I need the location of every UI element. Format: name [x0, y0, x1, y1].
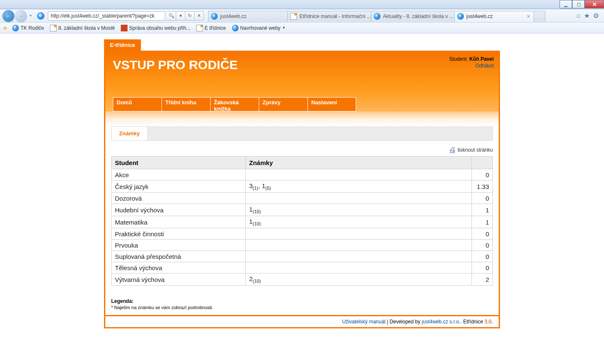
avg-cell: 0 — [472, 228, 493, 240]
home-icon[interactable]: ⌂ — [576, 12, 581, 20]
grades-cell — [246, 240, 472, 251]
table-row: Tělesná výchova0 — [112, 262, 493, 274]
footer-product: Etřídnice — [463, 319, 484, 325]
col-header-grades: Známky — [246, 157, 472, 169]
grades-cell — [246, 169, 472, 181]
grades-cell: 1(10) — [246, 216, 472, 228]
compat-button[interactable]: ▾ — [176, 11, 185, 21]
grades-cell — [246, 193, 472, 204]
app-footer: Uživatelský manuál | Developed by just4w… — [105, 315, 499, 327]
grade-weight: (1) — [253, 186, 258, 191]
nav-item[interactable]: Třídní kniha — [161, 97, 210, 111]
ie-favicon — [457, 13, 464, 20]
address-bar[interactable] — [48, 11, 165, 21]
bookmark-label: E třídnice — [205, 25, 226, 31]
ie-favicon — [211, 13, 218, 20]
grades-cell: 1(10) — [246, 204, 472, 216]
browser-tab[interactable]: Aktuality - 8. základní škola v ... — [371, 11, 455, 22]
window-minimize-button[interactable]: ▁ — [560, 0, 572, 8]
avg-cell: 0 — [472, 193, 493, 204]
subject-cell: Český jazyk — [112, 181, 246, 193]
browser-tab[interactable]: Etřídnice manuál - Informační ... — [287, 11, 371, 22]
new-tab-button[interactable] — [534, 11, 545, 22]
avg-cell: 0 — [472, 169, 493, 181]
company-link[interactable]: just4web.cz s.r.o. — [422, 319, 461, 325]
browser-tab[interactable]: just4web.cz — [208, 11, 288, 22]
legend-note: * Najetím na známku se vám zobrazí podro… — [111, 305, 493, 310]
sub-tab-grades[interactable]: Známky — [112, 127, 148, 140]
subject-cell: Dozorová — [112, 193, 246, 204]
app-brand-tab[interactable]: E-třídnice — [104, 39, 141, 51]
stop-button[interactable]: ✕ — [195, 11, 204, 21]
avg-cell: 1.33 — [472, 181, 493, 193]
ie-favicon — [12, 25, 19, 31]
avg-cell: 2 — [472, 274, 493, 286]
chevron-down-icon[interactable]: ▼ — [282, 26, 286, 30]
grades-cell — [246, 228, 472, 240]
logout-link[interactable]: Odhlásit — [475, 63, 494, 69]
browser-tab[interactable]: just4web.cz× — [454, 11, 534, 22]
nav-item[interactable]: Žákovská knížka — [210, 97, 259, 111]
grade-weight: (10) — [253, 279, 261, 284]
table-row: Výtvarná výchova2(10)2 — [112, 274, 493, 286]
window-close-button[interactable]: ✕ — [585, 0, 604, 8]
print-icon[interactable]: 🖨 — [449, 146, 456, 154]
bookmarks-bar: ★ TK Rodiče8. základní škola v MostěSprá… — [0, 23, 604, 34]
avg-cell: 1 — [472, 216, 493, 228]
grades-cell: 2(10) — [246, 274, 472, 286]
col-header-student: Student — [112, 157, 246, 169]
table-row: Prvouka0 — [112, 240, 493, 251]
grade-weight: (5) — [265, 186, 271, 191]
main-nav: DomůTřídní knihaŽákovská knížkaZprávyNas… — [113, 97, 491, 111]
subject-cell: Hudební výchova — [112, 204, 246, 216]
print-label[interactable]: tisknout stránku — [458, 147, 493, 153]
page-title: VSTUP PRO RODIČE — [113, 58, 491, 72]
ie-favicon — [232, 25, 239, 31]
grades-table: Student Známky Akce0Český jazyk3(1), 1(5… — [111, 156, 493, 286]
bookmark-item[interactable]: Správa obsahu webu přih... — [121, 25, 190, 31]
favorites-star-icon[interactable]: ★ — [3, 25, 8, 31]
ie-favicon — [374, 13, 380, 20]
bookmark-item[interactable]: E třídnice — [196, 25, 226, 31]
tools-icon[interactable]: ⚙ — [593, 12, 599, 20]
legend-title: Legenda: — [111, 298, 493, 304]
table-row: Český jazyk3(1), 1(5)1.33 — [112, 181, 493, 193]
browser-toolbar: ← → ▼ 🔍 ▾ ↻ ✕ just4web.czEtřídnice manuá… — [0, 9, 604, 23]
tab-label: just4web.cz — [466, 13, 493, 19]
grades-cell — [246, 262, 472, 274]
sub-tab-bar: Známky — [111, 126, 493, 141]
back-button[interactable]: ← — [3, 10, 14, 22]
table-row: Matematika1(10)1 — [112, 216, 493, 228]
footer-version: 3.0 — [484, 319, 492, 325]
bookmark-item[interactable]: Navrhované weby ▼ — [232, 25, 286, 31]
refresh-button[interactable]: ↻ — [185, 11, 195, 21]
subject-cell: Tělesná výchova — [112, 262, 246, 274]
bookmark-item[interactable]: 8. základní škola v Mostě — [50, 25, 115, 31]
avg-cell: 0 — [472, 240, 493, 251]
window-maximize-button[interactable]: ▢ — [572, 0, 585, 8]
bookmark-item[interactable]: TK Rodiče — [12, 25, 44, 31]
doc-favicon — [196, 25, 203, 31]
grades-cell — [246, 251, 472, 262]
subject-cell: Akce — [112, 169, 246, 181]
nav-item[interactable]: Domů — [113, 97, 161, 111]
ie-icon — [37, 12, 44, 20]
footer-sep1: | Developed by — [385, 319, 422, 325]
nav-item[interactable]: Nastavení — [307, 97, 356, 111]
window-titlebar: ▁ ▢ ✕ — [0, 0, 604, 9]
avg-cell: 1 — [472, 204, 493, 216]
table-row: Hudební výchova1(10)1 — [112, 204, 493, 216]
table-row: Praktické činnosti0 — [112, 228, 493, 240]
table-row: Dozorová0 — [112, 193, 493, 204]
tab-label: Aktuality - 8. základní škola v ... — [383, 13, 453, 19]
close-icon[interactable]: × — [526, 13, 531, 20]
forward-button[interactable]: → — [15, 10, 27, 22]
search-button[interactable]: 🔍 — [167, 11, 176, 21]
favorites-icon[interactable]: ★ — [584, 12, 590, 20]
student-label: Student: — [449, 56, 468, 62]
subject-cell: Suplovaná přespočetná — [112, 251, 246, 262]
subject-cell: Praktické činnosti — [112, 228, 246, 240]
nav-history-dropdown[interactable]: ▼ — [28, 10, 34, 22]
manual-link[interactable]: Uživatelský manuál — [342, 319, 385, 325]
nav-item[interactable]: Zprávy — [259, 97, 307, 111]
